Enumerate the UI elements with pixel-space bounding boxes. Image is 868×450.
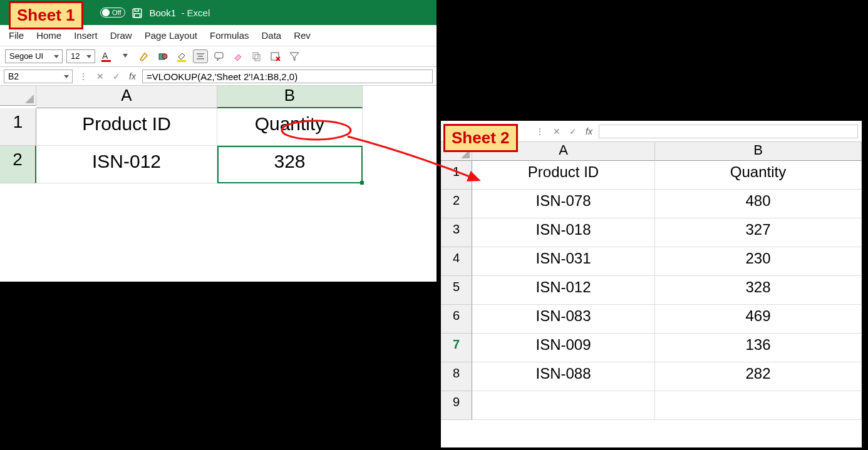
row-8: 8 ISN-088 282 bbox=[441, 362, 862, 391]
cell-A5[interactable]: ISN-012 bbox=[472, 276, 655, 305]
font-color-button[interactable]: A bbox=[99, 49, 114, 63]
row-header-5[interactable]: 5 bbox=[441, 276, 472, 305]
cell-A9[interactable] bbox=[472, 391, 655, 420]
svg-rect-12 bbox=[253, 53, 258, 59]
row-header-1[interactable]: 1 bbox=[0, 108, 36, 146]
tab-home[interactable]: Home bbox=[36, 30, 61, 41]
annotation-arrow bbox=[269, 116, 514, 198]
cell-B5[interactable]: 328 bbox=[655, 276, 862, 305]
select-all-corner[interactable] bbox=[0, 86, 36, 106]
cell-B9[interactable] bbox=[655, 391, 862, 420]
autosave-label: Off bbox=[112, 9, 121, 16]
row-4: 4 ISN-031 230 bbox=[441, 247, 862, 276]
svg-rect-13 bbox=[255, 54, 260, 61]
row-6: 6 ISN-083 469 bbox=[441, 305, 862, 334]
svg-rect-1 bbox=[135, 9, 139, 11]
row-5: 5 ISN-012 328 bbox=[441, 276, 862, 305]
cell-A3[interactable]: ISN-018 bbox=[472, 218, 655, 247]
column-header-row: A B bbox=[0, 86, 437, 108]
fx-icon[interactable]: fx bbox=[127, 71, 138, 81]
font-family-select[interactable]: Segoe UI bbox=[5, 49, 63, 63]
toggle-knob bbox=[102, 9, 110, 16]
cell-A8[interactable]: ISN-088 bbox=[472, 362, 655, 391]
cell-B4[interactable]: 230 bbox=[655, 247, 862, 276]
copy-button[interactable] bbox=[249, 49, 264, 63]
tab-data[interactable]: Data bbox=[261, 30, 281, 41]
shapes-button[interactable] bbox=[155, 49, 170, 63]
formula-input[interactable]: =VLOOKUP(A2,'Sheet 2'!A1:B8,2,0) bbox=[142, 69, 433, 83]
dropdown-icon[interactable] bbox=[118, 49, 133, 63]
cell-A2[interactable]: ISN-012 bbox=[36, 146, 217, 183]
row-7: 7 ISN-009 136 bbox=[441, 334, 862, 362]
cell-A6[interactable]: ISN-083 bbox=[472, 305, 655, 334]
row-header-4[interactable]: 4 bbox=[441, 247, 472, 276]
svg-point-17 bbox=[282, 121, 351, 140]
formula-input[interactable] bbox=[599, 125, 858, 138]
row-header-8[interactable]: 8 bbox=[441, 362, 472, 391]
svg-rect-2 bbox=[135, 13, 140, 17]
cell-A7[interactable]: ISN-009 bbox=[472, 334, 655, 362]
svg-point-6 bbox=[162, 54, 167, 59]
tab-file[interactable]: File bbox=[9, 30, 24, 41]
cell-B3[interactable]: 327 bbox=[655, 218, 862, 247]
eraser-button[interactable] bbox=[230, 49, 245, 63]
cell-B1[interactable]: Quantity bbox=[655, 161, 862, 190]
col-header-B[interactable]: B bbox=[655, 142, 862, 161]
font-size-select[interactable]: 12 bbox=[66, 49, 95, 63]
svg-rect-11 bbox=[215, 53, 223, 58]
col-header-B[interactable]: B bbox=[217, 86, 363, 108]
row-header-9[interactable]: 9 bbox=[441, 391, 472, 420]
cell-B8[interactable]: 282 bbox=[655, 362, 862, 391]
tab-review[interactable]: Rev bbox=[294, 30, 311, 41]
svg-text:A: A bbox=[102, 51, 108, 61]
row-3: 3 ISN-018 327 bbox=[441, 218, 862, 247]
cell-B7[interactable]: 136 bbox=[655, 334, 862, 362]
name-box[interactable]: B2 bbox=[4, 69, 73, 83]
filter-button[interactable] bbox=[287, 49, 302, 63]
save-icon[interactable] bbox=[132, 6, 143, 18]
cell-B6[interactable]: 469 bbox=[655, 305, 862, 334]
row-header-7[interactable]: 7 bbox=[441, 334, 472, 362]
row-9: 9 bbox=[441, 391, 862, 420]
separator-icon: ⋮ bbox=[533, 126, 547, 136]
row-header-6[interactable]: 6 bbox=[441, 305, 472, 334]
separator-icon: ⋮ bbox=[76, 71, 90, 81]
svg-rect-4 bbox=[101, 60, 111, 62]
fx-icon[interactable]: fx bbox=[583, 126, 595, 136]
row-header-3[interactable]: 3 bbox=[441, 218, 472, 247]
accept-formula-button[interactable]: ✓ bbox=[567, 126, 579, 136]
align-center-button[interactable] bbox=[193, 49, 208, 63]
col-header-A[interactable]: A bbox=[36, 86, 217, 108]
formula-bar: B2 ⋮ ✕ ✓ fx =VLOOKUP(A2,'Sheet 2'!A1:B8,… bbox=[0, 67, 437, 86]
cell-A1[interactable]: Product ID bbox=[36, 108, 217, 146]
app-title: Book1 - Excel bbox=[149, 8, 210, 18]
tab-formulas[interactable]: Formulas bbox=[210, 30, 249, 41]
cancel-formula-button[interactable]: ✕ bbox=[94, 71, 106, 81]
ribbon-toolbar: Segoe UI 12 A bbox=[0, 46, 437, 67]
cell-A4[interactable]: ISN-031 bbox=[472, 247, 655, 276]
tab-insert[interactable]: Insert bbox=[74, 30, 98, 41]
comment-button[interactable] bbox=[212, 49, 227, 63]
tab-draw[interactable]: Draw bbox=[110, 30, 132, 41]
accept-formula-button[interactable]: ✓ bbox=[110, 71, 123, 81]
svg-rect-7 bbox=[177, 60, 186, 62]
cell-B2[interactable]: 480 bbox=[655, 190, 862, 218]
tab-page-layout[interactable]: Page Layout bbox=[145, 30, 197, 41]
row-header-2[interactable]: 2 bbox=[0, 146, 36, 183]
autosave-toggle[interactable]: Off bbox=[100, 8, 125, 18]
cancel-formula-button[interactable]: ✕ bbox=[550, 126, 563, 136]
annotation-badge-sheet1: Sheet 1 bbox=[9, 1, 83, 29]
delete-sheet-button[interactable] bbox=[268, 49, 283, 63]
fill-color-button[interactable] bbox=[174, 49, 189, 63]
highlight-button[interactable] bbox=[137, 49, 152, 63]
